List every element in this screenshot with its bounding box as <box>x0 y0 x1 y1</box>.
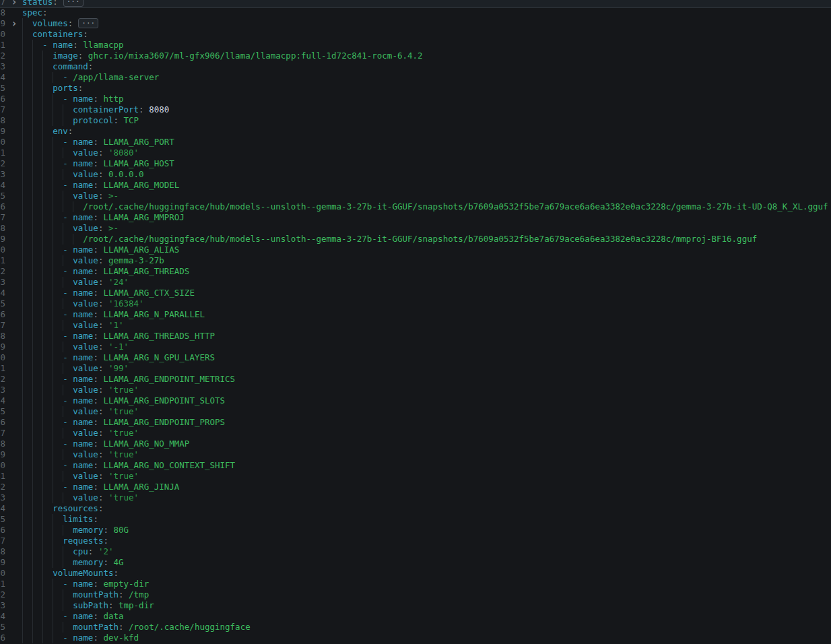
code-line[interactable]: 62 - name: LLAMA_ARG_THREADS <box>0 266 831 277</box>
code-line[interactable]: 50 - name: LLAMA_ARG_PORT <box>0 137 831 148</box>
code-line-content[interactable]: - name: llamacpp <box>22 40 831 51</box>
code-line[interactable]: 81 value: 'true' <box>0 471 831 482</box>
code-line-content[interactable]: - /app/llama-server <box>22 72 831 83</box>
code-line[interactable]: 44 - /app/llama-server <box>0 72 831 83</box>
code-line-content[interactable]: value: 'true' <box>22 449 831 460</box>
code-line[interactable]: 45 ports: <box>0 83 831 94</box>
code-line[interactable]: 37›status:··· <box>0 0 831 7</box>
code-line[interactable]: 63 value: '24' <box>0 277 831 288</box>
code-line[interactable]: 92 mountPath: /tmp <box>0 589 831 600</box>
code-line-content[interactable]: - name: LLAMA_ARG_ENDPOINT_PROPS <box>22 417 831 428</box>
code-line-content[interactable]: value: 'true' <box>22 492 831 503</box>
code-line[interactable]: 82 - name: LLAMA_ARG_JINJA <box>0 482 831 492</box>
code-line-content[interactable]: - name: data <box>22 611 831 622</box>
code-line[interactable]: 90 volumeMounts: <box>0 568 831 579</box>
code-line[interactable]: 68 - name: LLAMA_ARG_THREADS_HTTP <box>0 331 831 342</box>
code-line-content[interactable]: - name: LLAMA_ARG_PORT <box>22 137 831 148</box>
code-line-content[interactable]: value: >- <box>22 223 831 234</box>
code-line-content[interactable]: - name: dev-kfd <box>22 633 831 643</box>
code-line-content[interactable]: env: <box>22 126 831 137</box>
code-line-content[interactable]: - name: empty-dir <box>22 579 831 589</box>
code-line-content[interactable]: - name: LLAMA_ARG_MODEL <box>22 180 831 191</box>
code-line-content[interactable]: value: '24' <box>22 277 831 288</box>
code-line[interactable]: 95 mountPath: /root/.cache/huggingface <box>0 622 831 633</box>
code-line[interactable]: 73 value: 'true' <box>0 385 831 395</box>
fold-gutter[interactable]: › <box>6 0 22 7</box>
code-line-content[interactable]: value: 'true' <box>22 406 831 417</box>
code-line-content[interactable]: - name: LLAMA_ARG_THREADS <box>22 266 831 277</box>
code-line[interactable]: 96 - name: dev-kfd <box>0 633 831 643</box>
code-line[interactable]: 56 /root/.cache/huggingface/hub/models--… <box>0 201 831 212</box>
code-line[interactable]: 76 - name: LLAMA_ARG_ENDPOINT_PROPS <box>0 417 831 428</box>
code-line-content[interactable]: - name: LLAMA_ARG_MMPROJ <box>22 212 831 223</box>
code-line-content[interactable]: - name: LLAMA_ARG_ENDPOINT_METRICS <box>22 374 831 385</box>
code-line-content[interactable]: limits: <box>22 514 831 525</box>
code-line-content[interactable]: mountPath: /root/.cache/huggingface <box>22 622 831 633</box>
code-line[interactable]: 85 limits: <box>0 514 831 525</box>
code-line-content[interactable]: value: '-1' <box>22 342 831 352</box>
code-line-content[interactable]: resources: <box>22 503 831 514</box>
code-line-content[interactable]: - name: LLAMA_ARG_NO_CONTEXT_SHIFT <box>22 460 831 471</box>
code-line[interactable]: 70 - name: LLAMA_ARG_N_GPU_LAYERS <box>0 352 831 363</box>
code-line[interactable]: 87 requests: <box>0 536 831 546</box>
code-line-content[interactable]: containers: <box>22 29 831 40</box>
code-line-content[interactable]: value: >- <box>22 191 831 201</box>
code-line[interactable]: 59 /root/.cache/huggingface/hub/models--… <box>0 234 831 245</box>
code-line[interactable]: 41 - name: llamacpp <box>0 40 831 51</box>
code-line-content[interactable]: - name: LLAMA_ARG_THREADS_HTTP <box>22 331 831 342</box>
folded-code-badge[interactable]: ··· <box>78 18 98 28</box>
code-line[interactable]: 69 value: '-1' <box>0 342 831 352</box>
code-line-content[interactable]: status:··· <box>22 0 831 7</box>
code-line[interactable]: 52 - name: LLAMA_ARG_HOST <box>0 158 831 169</box>
code-line[interactable]: 49 env: <box>0 126 831 137</box>
code-line-content[interactable]: /root/.cache/huggingface/hub/models--uns… <box>22 234 831 245</box>
code-line[interactable]: 71 value: '99' <box>0 363 831 374</box>
code-line[interactable]: 58 value: >- <box>0 223 831 234</box>
code-line[interactable]: 47 containerPort: 8080 <box>0 104 831 115</box>
code-line-content[interactable]: value: '16384' <box>22 298 831 309</box>
code-line[interactable]: 55 value: >- <box>0 191 831 201</box>
code-line-content[interactable]: value: 'true' <box>22 471 831 482</box>
code-line-content[interactable]: value: 0.0.0.0 <box>22 169 831 180</box>
code-line-content[interactable]: volumeMounts: <box>22 568 831 579</box>
code-line[interactable]: 94 - name: data <box>0 611 831 622</box>
code-line-content[interactable]: command: <box>22 61 831 72</box>
code-line-content[interactable]: - name: LLAMA_ARG_JINJA <box>22 482 831 492</box>
fold-collapsed-icon[interactable]: › <box>11 0 17 7</box>
code-line[interactable]: 93 subPath: tmp-dir <box>0 600 831 611</box>
code-line-content[interactable]: value: '99' <box>22 363 831 374</box>
code-line[interactable]: 75 value: 'true' <box>0 406 831 417</box>
code-line[interactable]: 40 containers: <box>0 29 831 40</box>
code-line-content[interactable]: memory: 80G <box>22 525 831 536</box>
code-line-content[interactable]: - name: LLAMA_ARG_N_GPU_LAYERS <box>22 352 831 363</box>
code-line-content[interactable]: value: 'true' <box>22 428 831 439</box>
code-line[interactable]: 38spec: <box>0 7 831 18</box>
code-line-content[interactable]: requests: <box>22 536 831 546</box>
code-line[interactable]: 72 - name: LLAMA_ARG_ENDPOINT_METRICS <box>0 374 831 385</box>
code-line-content[interactable]: cpu: '2' <box>22 546 831 557</box>
code-line[interactable]: 54 - name: LLAMA_ARG_MODEL <box>0 180 831 191</box>
code-line[interactable]: 42 image: ghcr.io/mixa3607/ml-gfx906/lla… <box>0 51 831 61</box>
code-line-content[interactable]: memory: 4G <box>22 557 831 568</box>
code-line-content[interactable]: spec: <box>22 7 831 18</box>
code-line[interactable]: 77 value: 'true' <box>0 428 831 439</box>
fold-gutter[interactable]: › <box>6 18 22 29</box>
code-line-content[interactable]: - name: http <box>22 94 831 104</box>
code-line-content[interactable]: volumes:··· <box>22 18 831 29</box>
code-line-content[interactable]: - name: LLAMA_ARG_CTX_SIZE <box>22 288 831 298</box>
code-line[interactable]: 43 command: <box>0 61 831 72</box>
code-line[interactable]: 89 memory: 4G <box>0 557 831 568</box>
code-line-content[interactable]: value: gemma-3-27b <box>22 255 831 266</box>
code-line[interactable]: 39› volumes:··· <box>0 18 831 29</box>
code-line-content[interactable]: containerPort: 8080 <box>22 104 831 115</box>
code-line-content[interactable]: image: ghcr.io/mixa3607/ml-gfx906/llama/… <box>22 51 831 61</box>
code-line-content[interactable]: - name: LLAMA_ARG_NO_MMAP <box>22 439 831 449</box>
code-line[interactable]: 79 value: 'true' <box>0 449 831 460</box>
code-line[interactable]: 78 - name: LLAMA_ARG_NO_MMAP <box>0 439 831 449</box>
code-line[interactable]: 60 - name: LLAMA_ARG_ALIAS <box>0 245 831 255</box>
code-line[interactable]: 84 resources: <box>0 503 831 514</box>
code-line[interactable]: 80 - name: LLAMA_ARG_NO_CONTEXT_SHIFT <box>0 460 831 471</box>
code-line[interactable]: 88 cpu: '2' <box>0 546 831 557</box>
code-line-content[interactable]: value: '1' <box>22 320 831 331</box>
code-line[interactable]: 46 - name: http <box>0 94 831 104</box>
